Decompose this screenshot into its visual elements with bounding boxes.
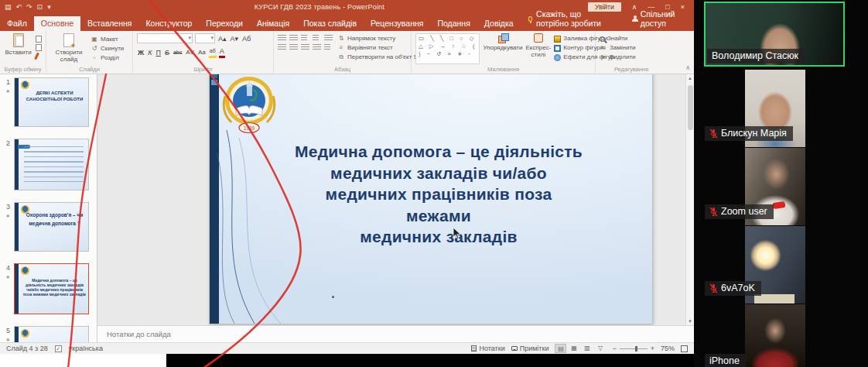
participant-video — [745, 304, 805, 367]
taskbar-popup-box — [0, 354, 166, 367]
font-size-combobox[interactable] — [195, 33, 215, 43]
spellcheck-icon[interactable]: ✓ — [55, 345, 62, 352]
participant-name: Блискун Марія — [721, 128, 787, 139]
tab-file[interactable]: Файл — [0, 16, 34, 31]
font-color-button[interactable]: А — [219, 46, 225, 58]
collapse-ribbon-icon[interactable]: ∧ — [685, 64, 690, 71]
decrease-indent-icon[interactable] — [301, 35, 307, 42]
reset-button[interactable]: ↺Скинути — [91, 45, 124, 53]
zoom-slider[interactable] — [620, 348, 648, 349]
justify-icon[interactable] — [313, 44, 321, 51]
zoom-level[interactable]: 75% — [661, 345, 675, 352]
new-slide-icon — [63, 33, 74, 47]
select-button[interactable]: ➤Виділити — [600, 53, 636, 61]
quick-styles-button[interactable]: Експрес-стилі — [525, 33, 551, 64]
italic-button[interactable]: К — [147, 48, 152, 57]
align-center-icon[interactable] — [289, 44, 298, 51]
thumbnail-row: 4∗ Медична допомога – це діяльність меди… — [2, 263, 95, 314]
notes-toggle[interactable]: Нотатки — [471, 345, 504, 352]
participant-tile[interactable]: Володимир Стасюк — [694, 0, 868, 68]
undo-icon[interactable]: ↶ — [16, 0, 22, 14]
line-spacing-icon[interactable] — [324, 35, 333, 42]
format-painter-icon[interactable] — [34, 53, 39, 60]
participant-name: iPhone — [709, 355, 740, 366]
tab-view[interactable]: Подання — [430, 16, 477, 31]
ribbon: Вставити Буфер обміну Створити слайд ▣Ма… — [0, 31, 694, 74]
zoom-out-icon[interactable]: − — [612, 345, 616, 352]
notes-pane[interactable]: Нотатки до слайда — [97, 325, 694, 342]
zoom-in-icon[interactable]: + — [651, 345, 654, 352]
cut-icon[interactable] — [36, 36, 42, 43]
zoom-slider-thumb[interactable] — [635, 346, 637, 352]
current-slide[interactable]: 1939 Медична допомога – це діяльність ме… — [210, 74, 652, 324]
increase-indent-icon[interactable] — [313, 35, 319, 42]
participant-tile[interactable]: 6vA7oK — [694, 226, 868, 304]
thumbnail-slide-2[interactable] — [14, 139, 89, 190]
tab-home[interactable]: Основне — [34, 16, 80, 31]
section-button[interactable]: ▫Розділ — [91, 54, 124, 62]
tab-animations[interactable]: Анімація — [250, 16, 296, 31]
slide-title-text: Медична допомога – це діяльність медични… — [233, 141, 644, 248]
redo-icon[interactable]: ↷ — [26, 0, 32, 14]
slide-thumbnail-panel[interactable]: 1∗ ДЕЯКІ АСПЕКТИ САНОСВІТНЬОЇ РОБОТИ 2 — [0, 74, 97, 342]
clear-formatting-icon[interactable]: Аб — [241, 34, 251, 43]
scrollbar-thumb[interactable] — [688, 85, 693, 130]
view-reading-button[interactable]: ▥ — [581, 344, 593, 353]
view-normal-button[interactable]: ▤ — [555, 344, 566, 353]
text-highlight-button[interactable]: аб — [209, 46, 217, 58]
slide-title-line: медичних закладів чи/або — [233, 163, 644, 184]
tab-review[interactable]: Рецензування — [364, 16, 430, 31]
group-label-paragraph: Абзац — [274, 66, 411, 73]
tab-help[interactable]: Довідка — [477, 16, 521, 31]
thumbnail-slide-3[interactable]: Охорона здоров'я – чи медична допомога ? — [14, 202, 89, 252]
shrink-font-icon[interactable]: А▾ — [230, 34, 240, 43]
shapes-gallery[interactable]: ▭ ╲ ╲ □ ○ ◇ △ ▷ → ↑ ☆ ( ) ~ ↺ × ∗ ◦ — [415, 33, 480, 64]
scroll-up-icon[interactable]: ▴ — [686, 75, 694, 81]
comments-toggle[interactable]: Примітки — [511, 345, 549, 352]
slide-editor-canvas[interactable]: 1939 Медична допомога – це діяльність ме… — [97, 74, 694, 325]
thumbnail-slide-5[interactable] — [14, 326, 89, 342]
paste-button[interactable]: Вставити — [4, 33, 32, 64]
replace-button[interactable]: ⇆Замінити — [600, 44, 636, 52]
thumbnail-slide-4-selected[interactable]: Медична допомога – це діяльність медични… — [14, 263, 89, 314]
participant-tile[interactable]: iPhone — [694, 304, 868, 367]
arrange-button[interactable]: Упорядкувати — [483, 33, 522, 64]
tab-transitions[interactable]: Переходи — [199, 16, 250, 31]
vertical-scrollbar[interactable]: ▴ ▾ — [685, 74, 694, 325]
subscript-button[interactable]: abc — [173, 48, 183, 57]
grow-font-icon[interactable]: А▴ — [217, 34, 227, 43]
participant-tile[interactable]: Блискун Марія — [694, 70, 868, 147]
group-drawing: ▭ ╲ ╲ □ ○ ◇ △ ▷ → ↑ ☆ ( ) ~ ↺ × ∗ ◦ Упор… — [412, 31, 596, 74]
language-indicator[interactable]: українська — [69, 345, 103, 352]
participant-name: Володимир Стасюк — [712, 50, 798, 61]
tell-me-box[interactable]: Скажіть, що потрібно зробити — [521, 7, 621, 31]
participant-tile[interactable]: Zoom user — [694, 148, 868, 225]
copy-icon[interactable] — [36, 44, 42, 51]
layout-button[interactable]: ▣Макет — [91, 36, 124, 43]
align-left-icon[interactable] — [278, 44, 286, 51]
fit-to-window-icon[interactable] — [681, 345, 688, 352]
find-button[interactable]: Знайти — [600, 35, 636, 43]
share-button[interactable]: Спільний доступ — [621, 7, 694, 31]
scroll-down-icon[interactable]: ▾ — [686, 318, 694, 324]
view-slide-sorter-button[interactable]: ▦ — [568, 344, 579, 353]
align-right-icon[interactable] — [301, 44, 309, 51]
font-name-combobox[interactable] — [137, 33, 193, 43]
strikethrough-button[interactable]: S — [164, 48, 170, 57]
numbering-icon[interactable] — [289, 35, 298, 42]
tab-slideshow[interactable]: Показ слайдів — [296, 16, 364, 31]
tab-insert[interactable]: Вставлення — [80, 16, 138, 31]
view-slideshow-button[interactable]: ▽ — [594, 344, 606, 353]
thumbnail-slide-1[interactable]: ДЕЯКІ АСПЕКТИ САНОСВІТНЬОЇ РОБОТИ — [14, 77, 89, 127]
columns-icon[interactable] — [324, 44, 330, 51]
new-slide-button[interactable]: Створити слайд — [50, 33, 87, 64]
character-spacing-button[interactable]: АV — [185, 48, 195, 57]
change-case-button[interactable]: Аа — [197, 48, 207, 57]
start-presentation-icon[interactable]: ⊡ — [37, 0, 43, 14]
bold-button[interactable]: Ж — [137, 48, 145, 57]
group-label-font: Шрифт — [133, 66, 273, 73]
save-icon[interactable]: ▤ — [5, 0, 12, 14]
tab-design[interactable]: Конструктор — [138, 16, 199, 31]
underline-button[interactable]: П — [155, 48, 161, 57]
bullets-icon[interactable] — [278, 35, 286, 42]
